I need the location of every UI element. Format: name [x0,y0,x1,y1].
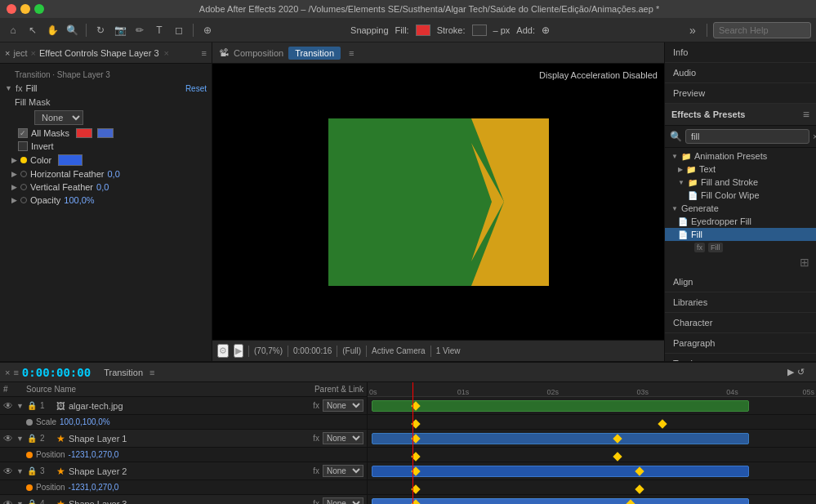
layer-1-parent[interactable]: None [323,399,363,412]
layer-3-bar[interactable] [372,466,748,477]
comp-menu-icon[interactable]: ≡ [349,48,354,58]
scale-keyframe-start[interactable] [411,419,420,428]
tl-loop-btn[interactable]: ↺ [797,367,805,377]
reset-button[interactable]: Reset [185,84,207,93]
camera-tool[interactable]: 📷 [112,22,128,38]
pen-tool[interactable]: ✏ [132,22,148,38]
pointer-tool[interactable]: ↖ [25,22,41,38]
search-input[interactable] [713,22,811,38]
comp-tab[interactable]: Transition [288,47,341,60]
layer-3-expand[interactable]: ▼ [16,467,24,475]
layer-3-row[interactable]: 👁 ▼ 🔒 3 ★ Shape Layer 2 fx None [0,462,367,480]
scale-keyframe-end[interactable] [658,419,667,428]
layer-3-vis[interactable]: 👁 [3,466,13,477]
playhead[interactable] [412,382,413,396]
character-panel-item[interactable]: Character [665,313,816,333]
hand-tool[interactable]: ✋ [44,22,60,38]
layer-1-vis[interactable]: 👁 [3,400,13,412]
layer-3-lock[interactable]: 🔒 [27,466,37,475]
maximize-button[interactable] [34,4,44,14]
timeline-timecode[interactable]: 0:00:00:00 [22,366,91,379]
home-button[interactable]: ⌂ [5,22,21,38]
generate-node[interactable]: ▼ Generate [665,202,816,215]
shape-tool[interactable]: ◻ [171,22,187,38]
layer-2-lock[interactable]: 🔒 [27,434,37,443]
text-node[interactable]: ▶ 📁 Text [665,163,816,176]
hf-expand[interactable]: ▶ [11,170,17,178]
fill-node[interactable]: 📄 Fill [665,228,816,241]
pos3-value[interactable]: -1231,0,270,0 [69,483,119,492]
tracker-panel-item[interactable]: Tracker [665,354,816,361]
audio-panel-item[interactable]: Audio [665,63,816,83]
puppet-tool[interactable]: ⊕ [199,22,216,38]
all-masks-color[interactable] [76,128,92,138]
layer-2-vis[interactable]: 👁 [3,433,13,444]
preview-panel-item[interactable]: Preview [665,83,816,104]
layer-4-parent[interactable]: None [323,497,363,504]
panel-menu-icon[interactable]: ≡ [202,48,207,58]
comp-settings-btn[interactable]: ⚙ [217,344,229,358]
layer-1-row[interactable]: 👁 ▼ 🔒 1 🖼 algar-tech.jpg fx None [0,397,367,415]
layer-2-expand[interactable]: ▼ [16,435,24,443]
paragraph-panel-item[interactable]: Paragraph [665,333,816,354]
rotate-tool[interactable]: ↻ [92,22,109,38]
fill-mask-select[interactable]: None [34,110,83,125]
pos3-keyframe-start[interactable] [411,484,420,493]
quality-label[interactable]: (Full) [342,346,361,355]
layer-3-parent[interactable]: None [323,465,363,477]
text-tool[interactable]: T [151,22,167,38]
pos2-value[interactable]: -1231,0,270,0 [69,450,119,459]
panel-close[interactable]: × [5,48,10,58]
view-label[interactable]: 1 View [436,346,461,355]
opacity-expand[interactable]: ▶ [11,196,17,204]
fill-expand-triangle[interactable]: ▼ [5,84,12,92]
info-panel-item[interactable]: Info [665,42,816,63]
ep-search-clear[interactable]: × [813,132,816,141]
fill-color-swatch[interactable] [416,25,430,36]
color-swatch-main[interactable] [58,154,82,166]
tl-panel-menu[interactable]: ≡ [149,368,154,377]
comp-render-btn[interactable]: ▶ [234,344,243,358]
close-button[interactable] [7,4,16,14]
layer-2-bar[interactable] [372,433,748,444]
stroke-color-swatch[interactable] [472,25,487,36]
pos2-keyframe-start[interactable] [411,452,420,461]
layer-4-bar[interactable] [372,498,748,504]
libraries-panel-item[interactable]: Libraries [665,292,816,313]
zoom-label[interactable]: (70,7%) [254,346,283,355]
layer-4-row[interactable]: 👁 ▼ 🔒 4 ★ Shape Layer 3 fx None [0,495,367,504]
ep-search-input[interactable] [685,129,809,144]
ep-menu-icon[interactable]: ≡ [803,108,809,121]
fill-stroke-node[interactable]: ▼ 📁 Fill and Stroke [665,176,816,189]
eyedropper-fill-node[interactable]: 📄 Eyedropper Fill [665,215,816,228]
layer-2-parent[interactable]: None [323,432,363,444]
layer-2-row[interactable]: 👁 ▼ 🔒 2 ★ Shape Layer 1 fx None [0,430,367,448]
all-masks-color2[interactable] [97,128,114,138]
panel-tab-project[interactable]: ject [13,48,27,58]
layer-1-expand[interactable]: ▼ [16,402,24,410]
more-tools-button[interactable]: » [684,22,701,38]
fill-color-wipe-node[interactable]: 📄 Fill Color Wipe [665,189,816,202]
pos3-keyframe-end[interactable] [635,484,644,493]
tl-menu[interactable]: ≡ [13,368,18,377]
opacity-value[interactable]: 100,0% [64,195,94,205]
animation-presets-node[interactable]: ▼ 📁 Animation Presets [665,149,816,163]
align-panel-item[interactable]: Align [665,272,816,292]
h-feather-value[interactable]: 0,0 [108,169,120,179]
zoom-tool[interactable]: 🔍 [64,22,80,38]
v-feather-value[interactable]: 0,0 [96,182,109,192]
panel-tab-effect-controls[interactable]: Effect Controls Shape Layer 3 [39,48,159,58]
layer-1-bar[interactable] [372,400,748,412]
minimize-button[interactable] [20,4,30,14]
layer-4-vis[interactable]: 👁 [3,498,13,505]
layer-1-lock[interactable]: 🔒 [27,401,37,410]
scale-value[interactable]: 100,0,100,0% [60,417,110,426]
color-expand[interactable]: ▶ [11,156,17,164]
invert-checkbox[interactable] [18,141,28,151]
tl-close[interactable]: × [5,368,10,377]
vf-expand[interactable]: ▶ [11,183,17,191]
camera-label[interactable]: Active Camera [372,346,426,355]
pos2-keyframe-end[interactable] [613,452,622,461]
tl-play-btn[interactable]: ▶ [787,367,794,377]
all-masks-checkbox[interactable] [18,128,28,138]
